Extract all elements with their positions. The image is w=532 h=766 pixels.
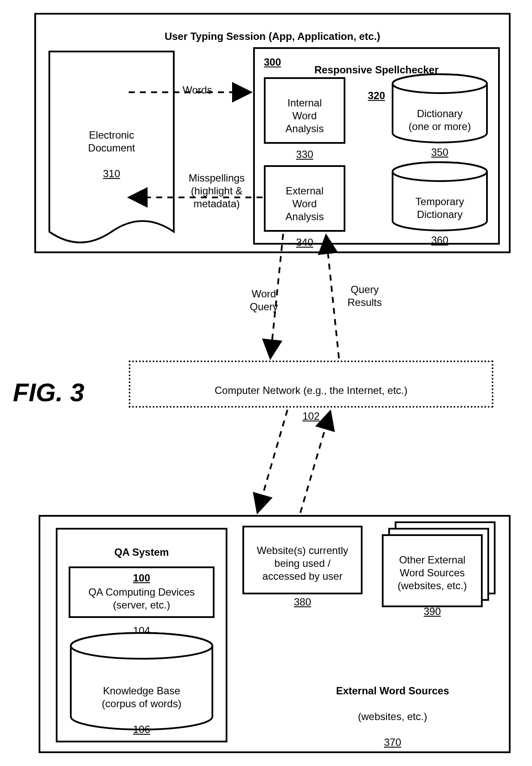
kb-title: Knowledge Base (corpus of words) 106 — [71, 672, 212, 736]
doc-title-text: Electronic Document — [88, 129, 135, 154]
label-miss: Misspellings (highlight & metadata) — [174, 172, 260, 210]
internal-ref: 330 — [296, 148, 313, 160]
label-words: Words — [172, 84, 223, 97]
svg-line-10 — [257, 410, 287, 513]
session-title-text: User Typing Session (App, Application, e… — [165, 30, 381, 42]
doc-title: Electronic Document 310 — [49, 116, 174, 180]
svg-line-11 — [300, 411, 330, 513]
ext-sources-title: External Word Sources (websites, etc.) 3… — [300, 672, 485, 749]
network-title: Computer Network (e.g., the Internet, et… — [129, 371, 493, 423]
external-text: External Word Analysis — [285, 185, 323, 222]
spellchecker-ref: 320 — [368, 90, 385, 101]
label-query: Word Query — [238, 288, 290, 313]
internal-text: Internal Word Analysis — [285, 97, 323, 134]
external-ref: 340 — [296, 236, 313, 248]
external-title: External Word Analysis 340 — [264, 172, 345, 249]
qa-comp-title: QA Computing Devices (server, etc.) 104 — [69, 573, 215, 637]
qa-text: QA System — [114, 546, 169, 558]
label-results: Query Results — [335, 283, 395, 309]
network-text: Computer Network (e.g., the Internet, et… — [215, 385, 408, 396]
doc-ref: 310 — [103, 168, 120, 179]
ext-sources-text: External Word Sources — [336, 685, 449, 696]
spellchecker-title-text: Responsive Spellchecker — [314, 64, 438, 76]
other-text: Other External Word Sources (websites, e… — [398, 554, 467, 591]
other-ref: 390 — [423, 606, 441, 617]
websites-text: Website(s) currently being used / access… — [257, 545, 348, 582]
dict-text: Dictionary (one or more) — [408, 108, 471, 132]
dict-title: Dictionary (one or more) 350 — [393, 94, 487, 159]
network-ref: 102 — [302, 410, 320, 422]
temp-title: Temporary Dictionary 360 — [393, 182, 487, 247]
temp-ref: 360 — [431, 234, 448, 246]
internal-title: Internal Word Analysis 330 — [264, 84, 345, 161]
ext-sources-sub: (websites, etc.) — [358, 711, 427, 722]
kb-ref: 106 — [133, 724, 150, 735]
websites-ref: 380 — [294, 596, 311, 608]
figure-label: FIG. 3 — [13, 378, 85, 407]
websites-title: Website(s) currently being used / access… — [242, 531, 363, 609]
temp-text: Temporary Dictionary — [415, 196, 464, 220]
other-title: Other External Word Sources (websites, e… — [382, 541, 483, 618]
qa-comp-text: QA Computing Devices (server, etc.) — [88, 586, 195, 611]
kb-text: Knowledge Base (corpus of words) — [102, 685, 181, 709]
dict-ref: 350 — [431, 146, 448, 158]
qa-comp-ref: 104 — [133, 625, 150, 636]
ext-sources-ref: 370 — [384, 736, 401, 748]
